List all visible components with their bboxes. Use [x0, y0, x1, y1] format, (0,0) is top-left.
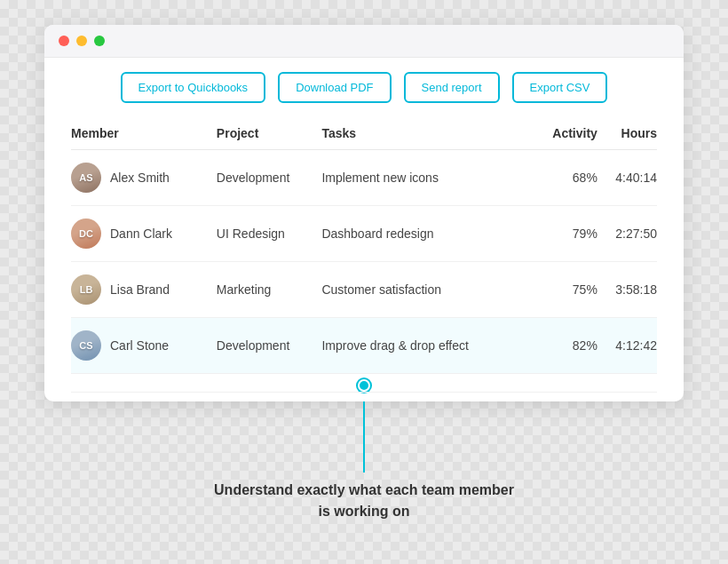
cell-tasks: Improve drag & drop effect — [321, 318, 533, 374]
avatar: DC — [71, 218, 101, 249]
table-row: AS Alex Smith DevelopmentImplement new i… — [71, 150, 657, 206]
cell-project: Development — [217, 318, 322, 374]
close-dot[interactable] — [59, 36, 69, 46]
cell-member: AS Alex Smith — [71, 150, 217, 206]
avatar: CS — [71, 330, 101, 361]
export-csv-button[interactable]: Export CSV — [512, 72, 608, 103]
col-header-hours: Hours — [597, 117, 657, 150]
report-table-container: Member Project Tasks Activity Hours AS A… — [44, 117, 684, 401]
caption-line2: is working on — [214, 501, 514, 522]
member-name: Carl Stone — [110, 338, 169, 353]
cell-hours: 3:58:18 — [597, 262, 657, 318]
table-row: LB Lisa Brand MarketingCustomer satisfac… — [71, 262, 657, 318]
caption-line1: Understand exactly what each team member — [214, 480, 514, 501]
table-row: DC Dann Clark UI RedesignDashboard redes… — [71, 206, 657, 262]
cell-member: DC Dann Clark — [71, 206, 217, 262]
table-header-row: Member Project Tasks Activity Hours — [71, 117, 657, 150]
export-quickbooks-button[interactable]: Export to Quickbooks — [121, 72, 266, 103]
connector-vertical-line — [363, 401, 365, 441]
col-header-project: Project — [217, 117, 322, 150]
cell-project: Marketing — [217, 262, 322, 318]
cell-project: Development — [217, 150, 322, 206]
download-pdf-button[interactable]: Download PDF — [278, 72, 391, 103]
avatar: LB — [71, 274, 101, 305]
cell-hours: 2:27:50 — [597, 206, 657, 262]
cell-project: UI Redesign — [217, 206, 322, 262]
cell-activity: 82% — [533, 318, 597, 374]
cell-hours: 4:12:42 — [597, 318, 657, 374]
table-row: CS Carl Stone DevelopmentImprove drag & … — [71, 318, 657, 374]
connector-turn — [363, 441, 365, 473]
cell-member: CS Carl Stone — [71, 318, 217, 374]
highlight-dot — [358, 379, 370, 392]
col-header-activity: Activity — [533, 117, 597, 150]
cell-tasks: Dashboard redesign — [321, 206, 533, 262]
annotation-section: Understand exactly what each team member… — [214, 401, 514, 522]
member-name: Lisa Brand — [110, 282, 170, 297]
cell-activity: 79% — [533, 206, 597, 262]
minimize-dot[interactable] — [76, 36, 87, 46]
dot-row — [71, 374, 657, 393]
member-name: Alex Smith — [110, 171, 170, 185]
title-bar — [44, 25, 684, 58]
col-header-member: Member — [71, 117, 217, 150]
send-report-button[interactable]: Send report — [404, 72, 500, 103]
toolbar: Export to Quickbooks Download PDF Send r… — [44, 58, 684, 117]
caption-box: Understand exactly what each team member… — [214, 480, 514, 522]
member-name: Dann Clark — [110, 226, 172, 241]
cell-member: LB Lisa Brand — [71, 262, 217, 318]
cell-hours: 4:40:14 — [597, 150, 657, 206]
cell-activity: 75% — [533, 262, 597, 318]
main-window: Export to Quickbooks Download PDF Send r… — [44, 25, 684, 401]
maximize-dot[interactable] — [94, 36, 105, 46]
report-table: Member Project Tasks Activity Hours AS A… — [71, 117, 657, 393]
cell-activity: 68% — [533, 150, 597, 206]
cell-tasks: Implement new icons — [321, 150, 533, 206]
avatar: AS — [71, 163, 101, 193]
cell-tasks: Customer satisfaction — [321, 262, 533, 318]
col-header-tasks: Tasks — [321, 117, 533, 150]
